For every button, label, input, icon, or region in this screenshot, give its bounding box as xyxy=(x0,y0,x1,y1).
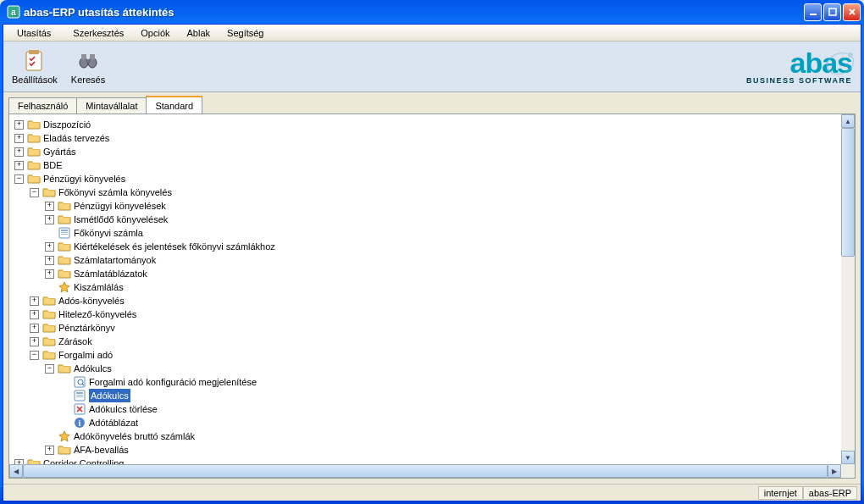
tree-label[interactable]: Pénztárkönyv xyxy=(58,321,115,335)
tree-label[interactable]: Kiszámlálás xyxy=(74,280,124,294)
expand-icon[interactable]: + xyxy=(30,310,39,319)
expand-icon[interactable]: + xyxy=(30,296,39,306)
expand-icon[interactable]: + xyxy=(14,161,24,170)
tree-row[interactable]: +ÁFA-bevallás xyxy=(45,443,838,457)
tree-view[interactable]: +Diszpozíció+Eladás tervezés+Gyártás+BDE… xyxy=(9,114,841,464)
menu-szerkesztes[interactable]: Szerkesztés xyxy=(68,26,129,40)
minimize-button[interactable] xyxy=(804,3,822,21)
tree-label[interactable]: Hitelező-könyvelés xyxy=(58,307,136,321)
tree-label[interactable]: Pénzügyi könyvelések xyxy=(74,199,166,213)
tree-label[interactable]: Adókönyvelés bruttó számlák xyxy=(74,429,195,443)
tree-row[interactable]: Forgalmi adó konfiguráció megjelenítése xyxy=(60,375,838,389)
tree-row[interactable]: Kiszámlálás xyxy=(45,280,838,294)
tree-row[interactable]: −Forgalmi adó xyxy=(30,348,838,362)
tree-label[interactable]: Adós-könyvelés xyxy=(58,294,125,307)
menu-segitseg[interactable]: Segítség xyxy=(222,26,269,40)
tree-label[interactable]: Ismétlődő könyvelések xyxy=(74,213,168,226)
tree-node: +Eladás tervezés xyxy=(14,131,838,145)
vertical-scrollbar[interactable]: ▲ ▼ xyxy=(841,114,855,464)
tree-row[interactable]: +Eladás tervezés xyxy=(14,131,838,145)
collapse-icon[interactable]: − xyxy=(14,174,24,184)
tree-label[interactable]: Számlatáblázatok xyxy=(74,267,147,280)
tree-label[interactable]: Corridor Controlling xyxy=(43,457,124,464)
tree-label[interactable]: Adókulcs törlése xyxy=(89,402,158,416)
tree-row[interactable]: +Adós-könyvelés xyxy=(30,294,838,307)
tree-label[interactable]: Pénzügyi könyvelés xyxy=(43,172,125,186)
scroll-down-icon[interactable]: ▼ xyxy=(841,451,855,464)
tree-row[interactable]: +BDE xyxy=(14,158,838,172)
tree-row[interactable]: +Ismétlődő könyvelések xyxy=(45,213,838,226)
tree-row[interactable]: −Adókulcs xyxy=(45,362,838,375)
scroll-thumb[interactable] xyxy=(841,128,855,257)
tree-label[interactable]: Főkönyvi számla könyvelés xyxy=(58,186,172,199)
expand-icon[interactable]: + xyxy=(45,269,54,279)
tree-label[interactable]: Számlatartományok xyxy=(74,253,156,267)
expand-icon[interactable]: + xyxy=(45,242,54,252)
tree-label[interactable]: Forgalmi adó konfiguráció megjelenítése xyxy=(89,375,257,389)
tree-label[interactable]: BDE xyxy=(43,158,63,172)
tree-label[interactable]: Kiértékelések és jelentések főkönyvi szá… xyxy=(74,240,275,253)
expand-icon[interactable]: + xyxy=(14,147,24,157)
hscroll-track[interactable] xyxy=(23,464,828,478)
tree-row[interactable]: Főkönyvi számla xyxy=(45,226,838,240)
scroll-left-icon[interactable]: ◀ xyxy=(9,464,23,478)
menu-opciok[interactable]: Opciók xyxy=(136,26,174,40)
tree-label[interactable]: Adótáblázat xyxy=(89,416,138,429)
tree-row[interactable]: +Diszpozíció xyxy=(14,118,838,131)
menu-utasitas[interactable]: Utasítás xyxy=(7,26,61,40)
tree-label[interactable]: ÁFA-bevallás xyxy=(74,443,129,457)
tree-row[interactable]: +Pénztárkönyv xyxy=(30,321,838,335)
tree-row[interactable]: +Számlatartományok xyxy=(45,253,838,267)
tab-felhasznalo[interactable]: Felhasználó xyxy=(8,97,77,114)
tree-label[interactable]: Diszpozíció xyxy=(43,118,91,131)
maximize-button[interactable] xyxy=(823,3,841,21)
tree-label[interactable]: Gyártás xyxy=(43,145,76,158)
scroll-track[interactable] xyxy=(841,128,855,451)
tree-label[interactable]: Adókulcs xyxy=(74,362,112,375)
tree-label[interactable]: Forgalmi adó xyxy=(58,348,113,362)
expand-icon[interactable]: + xyxy=(45,256,54,265)
tree-row[interactable]: Adókulcs xyxy=(60,389,838,402)
tree-row[interactable]: +Pénzügyi könyvelések xyxy=(45,199,838,213)
expand-icon[interactable]: + xyxy=(45,446,54,455)
tree-wrap: +Diszpozíció+Eladás tervezés+Gyártás+BDE… xyxy=(9,114,855,478)
tree-label[interactable]: Főkönyvi számla xyxy=(74,226,143,240)
tree-row[interactable]: +Kiértékelések és jelentések főkönyvi sz… xyxy=(45,240,838,253)
tab-standard[interactable]: Standard xyxy=(146,96,202,114)
tree-row[interactable]: +Gyártás xyxy=(14,145,838,158)
titlebar[interactable]: a abas-ERP utasítás áttekintés xyxy=(0,0,864,24)
tree-node: Adókulcs törlése xyxy=(60,402,838,416)
tree-row[interactable]: +Corridor Controlling xyxy=(14,457,838,464)
search-button[interactable]: Keresés xyxy=(71,49,105,85)
tree-node: Forgalmi adó konfiguráció megjelenítése xyxy=(60,375,838,389)
collapse-icon[interactable]: − xyxy=(30,188,39,197)
tree-row[interactable]: −Pénzügyi könyvelés xyxy=(14,172,838,186)
expand-icon[interactable]: + xyxy=(30,324,39,333)
expand-icon[interactable]: + xyxy=(45,215,54,224)
tree-row[interactable]: −Főkönyvi számla könyvelés xyxy=(30,186,838,199)
scroll-right-icon[interactable]: ▶ xyxy=(828,464,841,478)
collapse-icon[interactable]: − xyxy=(45,364,54,374)
expand-icon[interactable]: + xyxy=(14,134,24,143)
expand-icon[interactable]: + xyxy=(14,120,24,130)
tree-row[interactable]: Adókulcs törlése xyxy=(60,402,838,416)
hscroll-thumb[interactable] xyxy=(23,464,828,478)
settings-button[interactable]: Beállítások xyxy=(12,49,58,85)
expand-icon[interactable]: + xyxy=(30,337,39,346)
menu-ablak[interactable]: Ablak xyxy=(182,26,216,40)
tree-label[interactable]: Zárások xyxy=(58,335,92,348)
close-button[interactable] xyxy=(843,3,861,21)
tree-row[interactable]: +Számlatáblázatok xyxy=(45,267,838,280)
tree-row[interactable]: iAdótáblázat xyxy=(60,416,838,429)
scroll-up-icon[interactable]: ▲ xyxy=(841,114,855,128)
tree-label[interactable]: Eladás tervezés xyxy=(43,131,109,145)
horizontal-scrollbar[interactable]: ◀ ▶ xyxy=(9,464,841,478)
tree-row[interactable]: +Hitelező-könyvelés xyxy=(30,307,838,321)
tree-label[interactable]: Adókulcs xyxy=(89,389,130,402)
svg-rect-22 xyxy=(76,395,83,396)
tree-row[interactable]: +Zárások xyxy=(30,335,838,348)
tree-row[interactable]: Adókönyvelés bruttó számlák xyxy=(45,429,838,443)
tab-mintavallalat[interactable]: Mintavállalat xyxy=(76,97,147,114)
collapse-icon[interactable]: − xyxy=(30,351,39,360)
expand-icon[interactable]: + xyxy=(45,202,54,211)
